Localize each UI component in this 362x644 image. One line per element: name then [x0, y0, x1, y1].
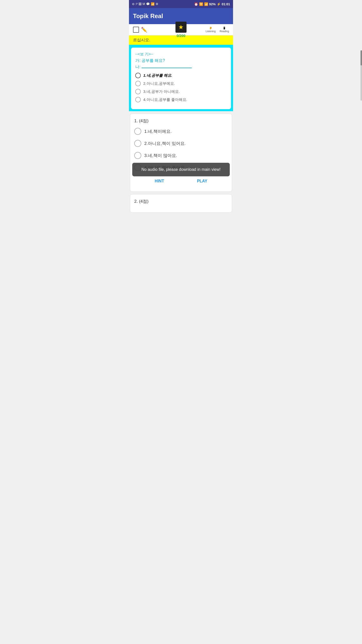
wifi-alt-icon: 📶 — [151, 2, 155, 6]
toolbar-right-controls: 👂 Listening 📱 Reading — [206, 27, 229, 33]
star-score-button[interactable]: ★ 0/200 — [175, 22, 187, 38]
listening-icon: 👂 — [209, 27, 212, 29]
example-option-4[interactable]: 4.아니요,공부를 좋아해요. — [135, 97, 227, 102]
minus-circle-icon: ⊖ — [132, 2, 134, 6]
reading-control[interactable]: 📱 Reading — [220, 27, 229, 33]
example-blank — [142, 68, 192, 68]
example-line-b: 나: — [135, 64, 227, 70]
signal-icon: 📶 — [204, 2, 208, 6]
gmail-icon: M — [143, 2, 145, 6]
listening-label: Listening — [206, 30, 216, 33]
hint-button[interactable]: HINT — [155, 179, 164, 183]
q1-option-text-1: 1.네,책이에요. — [144, 129, 172, 134]
question-1-option-1[interactable]: 1.네,책이에요. — [134, 128, 228, 135]
question-2-header: 2. (4점) — [134, 198, 228, 204]
example-line-a: 가: 공부를 해요? — [135, 58, 227, 63]
checkbox-icon[interactable] — [133, 27, 139, 33]
image-icon: 🖼 — [139, 2, 142, 6]
q1-option-text-3: 3.네,책이 많아요. — [144, 153, 177, 158]
toast-notification: No audio file, please download in main v… — [132, 163, 230, 176]
example-radio-1[interactable] — [135, 73, 141, 78]
reading-label: Reading — [220, 30, 229, 33]
q1-radio-1[interactable] — [134, 128, 141, 135]
battery-icon: ⚡ — [217, 2, 221, 6]
example-wrapper: --<보 기>-- 가: 공부를 해요? 나: 1.네,공부를 해요. 2.아니… — [129, 46, 233, 111]
q1-radio-2[interactable] — [134, 140, 141, 147]
edit-icon[interactable]: ✏️ — [141, 27, 147, 33]
example-option-text-4: 4.아니요,공부를 좋아해요. — [143, 97, 187, 102]
toolbar-left-controls: ✏️ — [133, 27, 147, 33]
example-radio-2[interactable] — [135, 81, 141, 86]
example-option-text-2: 2.아니요,공부예요. — [143, 81, 175, 86]
battery-text: 92% — [209, 2, 216, 6]
question-1-bottom-buttons: HINT PLAY — [134, 176, 228, 187]
question-1-section: 1. (4점) 1.네,책이에요. 2.아니요,책이 있어요. 3.네,책이 많… — [130, 114, 232, 192]
q1-option-text-2: 2.아니요,책이 있어요. — [144, 141, 186, 146]
example-option-text-3: 3.네,공부가 아니에요. — [143, 89, 180, 94]
wifi-icon: 🛜 — [199, 2, 203, 6]
pinterest-icon: 𝓟 — [135, 2, 138, 6]
play-button[interactable]: PLAY — [197, 179, 207, 183]
talk-icon: 💬 — [146, 2, 150, 6]
question-1-option-3[interactable]: 3.네,책이 많아요. — [134, 152, 228, 159]
example-options: 1.네,공부를 해요. 2.아니요,공부예요. 3.네,공부가 아니에요. 4.… — [135, 73, 227, 102]
app-title: Topik Real — [133, 13, 163, 20]
status-bar: ⊖ 𝓟 🖼 M 💬 📶 ⚙ ⏰ 🛜 📶 92% ⚡ 01:01 — [129, 0, 233, 8]
reading-icon: 📱 — [223, 27, 226, 29]
example-radio-3[interactable] — [135, 89, 141, 94]
status-info-right: ⏰ 🛜 📶 92% ⚡ 01:01 — [194, 2, 230, 6]
status-icons-left: ⊖ 𝓟 🖼 M 💬 📶 ⚙ — [132, 2, 158, 6]
listening-control[interactable]: 👂 Listening — [206, 27, 216, 33]
score-display: 0/200 — [176, 34, 185, 38]
q1-radio-3[interactable] — [134, 152, 141, 159]
transcript-text: 르십시오. — [133, 38, 150, 42]
example-option-1[interactable]: 1.네,공부를 해요. — [135, 73, 227, 78]
question-2-section: 2. (4점) — [130, 194, 232, 213]
question-1-option-2[interactable]: 2.아니요,책이 있어요. — [134, 140, 228, 147]
example-option-3[interactable]: 3.네,공부가 아니에요. — [135, 89, 227, 94]
time-display: 01:01 — [222, 2, 230, 6]
alarm-icon: ⏰ — [194, 2, 198, 6]
example-card: --<보 기>-- 가: 공부를 해요? 나: 1.네,공부를 해요. 2.아니… — [131, 48, 231, 109]
question-1-header: 1. (4점) — [134, 118, 228, 124]
toast-message: No audio file, please download in main v… — [142, 167, 221, 172]
settings-icon: ⚙ — [156, 2, 158, 6]
example-title: --<보 기>-- — [135, 52, 227, 57]
toolbar: ✏️ ★ 0/200 👂 Listening 📱 Reading — [129, 24, 233, 35]
example-option-2[interactable]: 2.아니요,공부예요. — [135, 81, 227, 86]
example-radio-4[interactable] — [135, 97, 141, 102]
example-option-text-1: 1.네,공부를 해요. — [143, 73, 172, 78]
star-icon: ★ — [175, 22, 187, 33]
